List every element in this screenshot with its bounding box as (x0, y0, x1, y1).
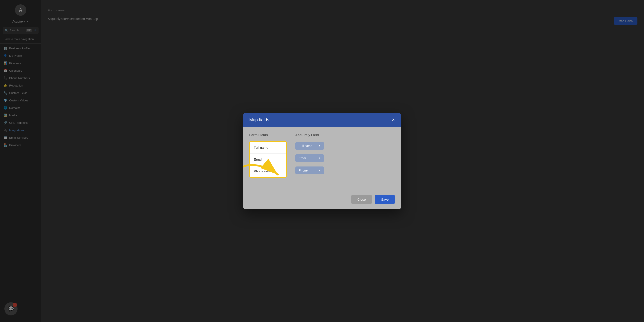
modal-overlay: Map fields × Form Fields Full name Email (0, 0, 644, 322)
modal-columns: Form Fields Full name Email Phone number (249, 133, 395, 179)
modal-body: Form Fields Full name Email Phone number (243, 127, 401, 192)
fullname-dropdown[interactable]: Full name ▾ (296, 142, 324, 150)
form-fields-panel: Full name Email Phone number (249, 141, 286, 178)
close-button[interactable]: Close (351, 195, 372, 204)
acquirely-field-row-phone: Phone ▾ (296, 166, 395, 174)
form-fields-col-label: Form Fields (249, 133, 286, 139)
fullname-dropdown-value: Full name (299, 144, 312, 148)
chevron-down-icon: ▾ (319, 144, 320, 147)
form-field-phone: Phone number (250, 166, 286, 177)
phone-dropdown-value: Phone (299, 169, 308, 172)
chevron-down-icon: ▾ (319, 156, 320, 160)
modal-header: Map fields × (243, 113, 401, 127)
chevron-down-icon: ▾ (319, 169, 320, 172)
email-dropdown-value: Email (299, 156, 306, 160)
map-fields-modal: Map fields × Form Fields Full name Email (243, 113, 401, 209)
save-button[interactable]: Save (375, 195, 395, 204)
acquirely-field-column: Acquirely Field Full name ▾ Email ▾ (296, 133, 395, 179)
phone-dropdown[interactable]: Phone ▾ (296, 166, 324, 174)
modal-title: Map fields (249, 118, 269, 122)
email-dropdown[interactable]: Email ▾ (296, 154, 324, 162)
form-fields-column: Form Fields Full name Email Phone number (249, 133, 286, 179)
modal-close-button[interactable]: × (392, 118, 395, 122)
acquirely-field-row-email: Email ▾ (296, 154, 395, 162)
modal-footer: Close Save (243, 192, 401, 209)
form-field-fullname: Full name (250, 142, 286, 154)
form-field-email: Email (250, 154, 286, 166)
acquirely-col-label: Acquirely Field (296, 133, 395, 139)
acquirely-field-row-fullname: Full name ▾ (296, 142, 395, 150)
